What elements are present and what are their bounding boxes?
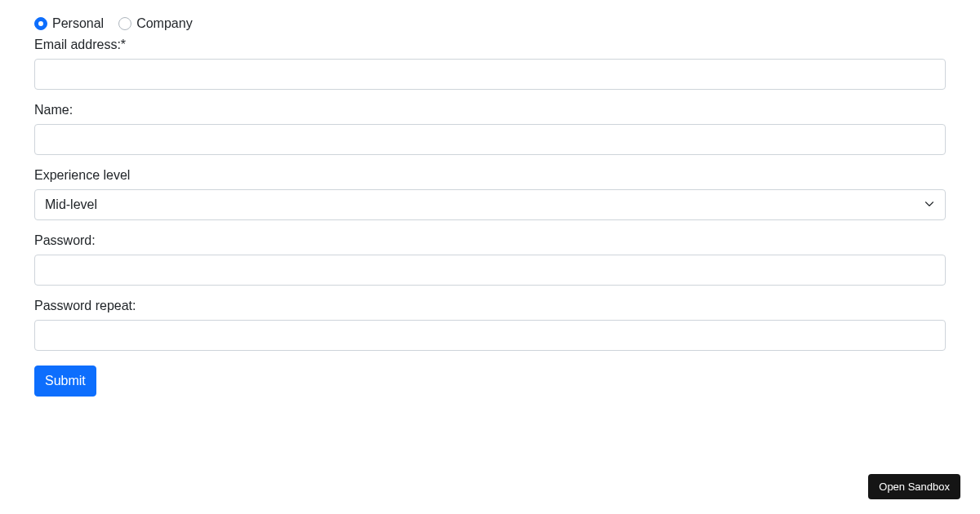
experience-group: Experience level Mid-level [34,168,946,220]
submit-button[interactable]: Submit [34,366,96,397]
open-sandbox-button[interactable]: Open Sandbox [868,474,960,499]
form-container: Personal Company Email address:* Name: E… [0,0,980,413]
password-label: Password: [34,233,946,248]
email-label: Email address:* [34,38,946,52]
name-label: Name: [34,103,946,117]
password-repeat-label: Password repeat: [34,299,946,313]
name-group: Name: [34,103,946,155]
experience-label: Experience level [34,168,946,183]
password-field[interactable] [34,255,946,286]
radio-personal[interactable]: Personal [34,16,104,31]
account-type-radio-group: Personal Company [34,16,946,31]
email-group: Email address:* [34,38,946,90]
password-repeat-field[interactable] [34,320,946,351]
radio-label-personal: Personal [52,16,104,31]
radio-company[interactable]: Company [118,16,192,31]
name-field[interactable] [34,124,946,155]
radio-indicator-icon [118,17,131,30]
experience-select-wrapper: Mid-level [34,189,946,220]
experience-select[interactable]: Mid-level [34,189,946,220]
radio-indicator-icon [34,17,47,30]
password-repeat-group: Password repeat: [34,299,946,351]
password-group: Password: [34,233,946,286]
email-field[interactable] [34,59,946,90]
radio-label-company: Company [136,16,192,31]
